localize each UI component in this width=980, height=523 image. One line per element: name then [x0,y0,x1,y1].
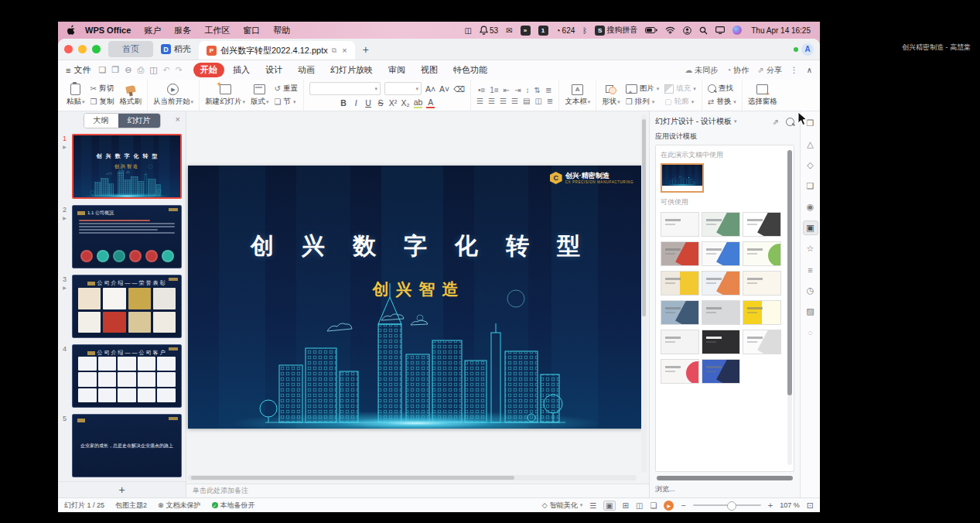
sorter-view-icon[interactable]: ⊞ [623,501,629,510]
tab-outline[interactable]: 大纲 [84,114,118,128]
selection-pane-button[interactable]: 选择窗格 [748,84,777,107]
replace-button[interactable]: ⇄替换▾ [708,97,736,107]
collaborate-button[interactable]: ◔ 协作 [726,65,749,76]
tab-document-active[interactable]: P 创兴数字转型2022.4.12.pptx ⧉ × [199,41,355,60]
slide-thumbnail-2[interactable]: 2▶ 1.1 公司概况 [59,205,182,268]
ribbon-tab-设计[interactable]: 设计 [258,63,289,77]
avatar[interactable]: A [801,43,814,56]
numbering-icon[interactable]: 1≡ [490,86,498,94]
tab-home[interactable]: 首页 [108,41,153,57]
menu-account[interactable]: 账户 [144,25,161,36]
menu-help[interactable]: 帮助 [273,25,290,36]
format-painter-button[interactable]: 格式刷 [119,84,142,107]
shapes-icon[interactable]: △ [803,137,818,152]
shapes-button[interactable]: 形状▾ [602,84,620,107]
decrease-font-button[interactable]: A˅ [439,84,449,94]
sync-status[interactable]: ☁ 未同步 [685,65,718,76]
distribute-v-icon[interactable]: ⇅ [534,86,541,94]
font-size-select[interactable]: ▾ [384,82,422,95]
ribbon-tab-特色功能[interactable]: 特色功能 [446,63,494,77]
canvas-hscrollbar[interactable] [188,475,637,480]
apple-menu-icon[interactable] [67,25,76,36]
zoom-window-button[interactable] [92,45,101,53]
notes-view-icon[interactable]: ❏ [650,501,657,510]
smart-beautify-button[interactable]: ◇ 智能美化 ▾ [542,501,582,511]
locked-panel-icon[interactable]: ○ [803,325,818,340]
close-panel-icon[interactable]: × [176,115,180,124]
find-button[interactable]: 查找 [708,84,736,94]
more-align-icon[interactable]: ≣ [547,97,553,105]
new-tab-button[interactable]: + [363,43,369,56]
reset-button[interactable]: ↺重置 [275,84,298,94]
local-backup-status[interactable]: ✓ 本地备份开 [212,501,255,511]
media-panel-icon[interactable]: ▨ [803,304,818,319]
monitor-cast-icon[interactable]: ⧉ [332,46,336,55]
more-vertical-icon[interactable]: ⋮ [790,66,798,74]
ribbon-tab-审阅[interactable]: 审阅 [381,63,412,77]
wifi-icon[interactable] [665,26,675,34]
search-templates-icon[interactable] [786,118,794,126]
slide-thumbnail-image[interactable]: 创兴数字化转型创兴智造 [72,134,182,199]
superscript-button[interactable]: X² [389,98,398,108]
animation-indicator-icon[interactable]: ▶ [63,215,67,220]
copy-button[interactable]: ❐复制 [90,97,114,107]
template-thumbnail-2[interactable] [702,212,740,237]
align-center-icon[interactable]: ☰ [488,97,495,105]
section-button[interactable]: ❏节▾ [275,97,298,107]
more-paragraph-icon[interactable]: ≣ [545,86,551,94]
textbox-button[interactable]: A 文本框▾ [565,84,590,107]
justify-icon[interactable]: ☰ [511,97,518,105]
animation-indicator-icon[interactable]: ▶ [63,285,67,290]
ribbon-tab-插入[interactable]: 插入 [226,63,257,77]
bell-icon[interactable]: 53 [480,26,498,35]
design-panel-icon[interactable]: ▣ [803,220,818,235]
zoom-in-button[interactable]: + [768,501,773,510]
window-tile-icon[interactable]: ◫ [465,26,472,35]
slide-thumbnail-image[interactable]: 1.1 公司概况 [72,205,182,268]
export-icon[interactable]: ⊖ [125,65,131,75]
indent-icon[interactable]: ⇥ [514,86,521,94]
clipboard-panel-icon[interactable]: ❏ [803,179,818,193]
document-protect-status[interactable]: ⊗ 文档未保护 [158,501,201,511]
italic-button[interactable]: I [352,98,360,108]
template-thumbnail-12[interactable] [743,300,781,325]
close-tab-icon[interactable]: × [342,46,347,55]
fill-button[interactable]: 填充▾ [664,84,696,94]
bullets-icon[interactable]: •≡ [478,86,485,94]
print-icon[interactable]: ⎙ [137,65,144,75]
normal-view-icon[interactable]: ▣ [603,501,615,511]
underline-button[interactable]: U [364,98,373,108]
template-thumbnail-7[interactable] [661,271,699,296]
paste-button[interactable]: 粘贴▾ [67,84,85,107]
used-template-thumbnail[interactable] [661,163,704,193]
slideshow-play-button[interactable]: ▶ [664,501,674,511]
template-thumbnail-17[interactable] [702,359,740,384]
play-from-current-button[interactable]: ▶ 从当前开始▾ [153,84,193,107]
menu-services[interactable]: 服务 [174,25,191,36]
undo-icon[interactable]: ↶ [163,65,170,75]
slide-thumbnail-3[interactable]: 3▶ 公司介绍——荣誉表彰 [59,275,182,338]
reading-view-icon[interactable]: ◫ [636,501,643,510]
clear-format-button[interactable]: ⌫ [453,84,465,94]
notes-bar[interactable]: 单击此处添加备注 [186,484,649,497]
menubar-clock[interactable]: Thu Apr 14 16:25 [751,26,811,35]
strike-button[interactable]: S [377,98,385,108]
message-icon[interactable]: ✉ [506,26,512,35]
slide-thumbnail-image[interactable]: 公司介绍——荣誉表彰 [72,275,182,338]
slide-thumbnail-4[interactable]: 4 公司介绍——公司客户 [59,344,182,408]
columns-icon[interactable]: ◫ [534,97,541,105]
subscript-button[interactable]: X₂ [401,98,410,108]
print-preview-icon[interactable]: ◫ [149,65,157,75]
slide-subtitle-text[interactable]: 创兴智造 [188,279,643,300]
ribbon-tab-幻灯片放映[interactable]: 幻灯片放映 [323,63,380,77]
template-thumbnail-5[interactable] [702,241,740,266]
menu-wps-office[interactable]: WPS Office [85,26,131,35]
picture-button[interactable]: 图片▾ [626,84,660,94]
minimize-window-button[interactable] [78,45,87,53]
outdent-icon[interactable]: ⇤ [504,86,510,94]
panel-vscrollbar[interactable] [787,150,792,465]
font-family-select[interactable]: ▾ [309,82,381,95]
collapse-ribbon-icon[interactable]: ∧ [807,66,812,74]
ribbon-tab-动画[interactable]: 动画 [291,63,322,77]
close-window-button[interactable] [64,45,73,53]
